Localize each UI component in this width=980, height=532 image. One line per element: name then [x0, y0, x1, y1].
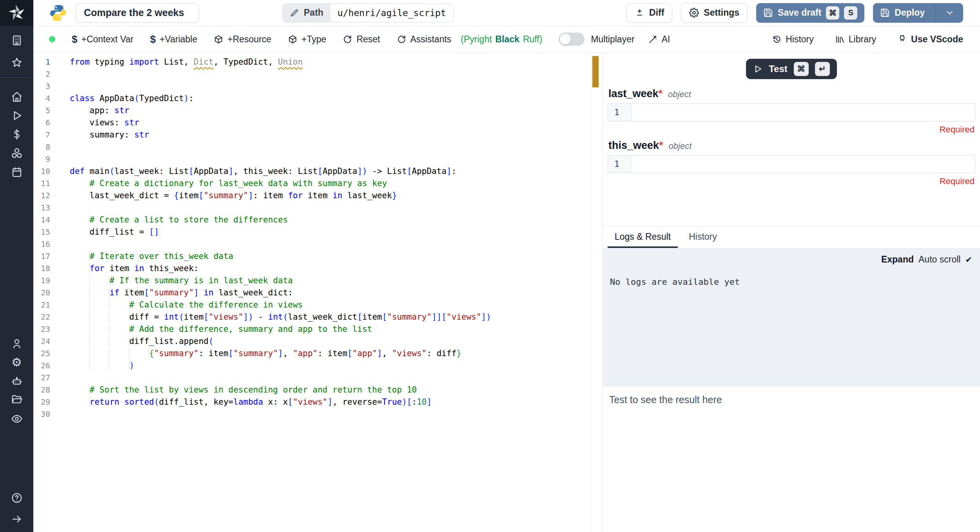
code-line[interactable]: 16: [33, 238, 603, 250]
play-icon: [11, 110, 23, 121]
logs-panel: Expand Auto scroll ✔ No logs are availab…: [603, 248, 980, 386]
diff-button[interactable]: Diff: [626, 3, 672, 23]
code-line[interactable]: 17 # Iterate over this_week data: [33, 250, 603, 262]
code-line[interactable]: 28 # Sort the list by views in descendin…: [33, 384, 603, 396]
toolbar-right-group: History Library Use VScode: [772, 34, 963, 45]
right-panel: Test ⌘ ↵ last_week* object 1: [603, 53, 980, 532]
sidebar: ⚙: [0, 0, 33, 532]
code-line[interactable]: 14 # Create a list to store the differen…: [33, 214, 603, 226]
arg-last-week: last_week* object 1 Required: [608, 88, 975, 135]
code-line[interactable]: 9: [33, 153, 603, 165]
save-icon: [763, 8, 773, 18]
ai-button[interactable]: AI: [648, 34, 670, 45]
code-line[interactable]: 8: [33, 141, 603, 153]
arg-type: object: [668, 89, 691, 100]
deploy-button[interactable]: Deploy: [873, 3, 963, 23]
required-asterisk: *: [659, 139, 663, 151]
code-editor[interactable]: 1from typing import List, Dict, TypedDic…: [33, 53, 603, 532]
test-args-section: Test ⌘ ↵ last_week* object 1: [603, 53, 980, 226]
path-label: Path: [283, 4, 330, 22]
sidebar-item-workspace[interactable]: [8, 34, 26, 46]
sidebar-item-variables[interactable]: [8, 128, 26, 140]
tab-history[interactable]: History: [682, 227, 724, 248]
arg-json-editor[interactable]: 1: [608, 103, 975, 121]
dollar-icon: $: [72, 33, 77, 45]
sidebar-item-resources[interactable]: [8, 147, 26, 159]
code-line[interactable]: 27: [33, 372, 603, 384]
reset-button[interactable]: Reset: [343, 34, 380, 45]
library-button[interactable]: Library: [835, 34, 876, 45]
autoscroll-toggle[interactable]: Auto scroll: [918, 254, 960, 265]
path-field[interactable]: Path u/henri/agile_script: [282, 4, 454, 22]
check-icon: ✔: [965, 255, 972, 264]
last-week-input[interactable]: [632, 104, 975, 121]
code-line[interactable]: 22 diff = int(item["views"]) - int(last_…: [33, 311, 603, 323]
octocat-icon: [897, 34, 907, 44]
path-value[interactable]: u/henri/agile_script: [330, 4, 453, 22]
code-line[interactable]: 13: [33, 202, 603, 214]
code-line[interactable]: 21 # Calculate the difference in views: [33, 299, 603, 311]
sidebar-item-help[interactable]: [8, 492, 26, 504]
code-line[interactable]: 20 if item["summary"] in last_week_dict:: [33, 287, 603, 299]
warning-marker: [592, 56, 599, 87]
code-line[interactable]: 29 return sorted(diff_list, key=lambda x…: [33, 396, 603, 408]
sidebar-item-workers[interactable]: [8, 375, 26, 387]
arg-editor-line-number: 1: [608, 104, 632, 121]
sidebar-item-audit-logs[interactable]: [8, 413, 26, 425]
dollar-icon: $: [150, 33, 156, 45]
sidebar-item-settings[interactable]: ⚙: [8, 356, 26, 368]
code-line[interactable]: 1from typing import List, Dict, TypedDic…: [33, 56, 603, 68]
test-button[interactable]: Test ⌘ ↵: [746, 59, 837, 79]
code-line[interactable]: 11 # Create a dictionary for last_week d…: [33, 177, 603, 190]
code-line[interactable]: 15 diff_list = []: [33, 226, 603, 238]
code-line[interactable]: 3: [33, 80, 603, 92]
script-title-input[interactable]: [76, 3, 199, 23]
home-icon: [11, 91, 23, 103]
multiplayer-toggle-group: Multiplayer: [559, 33, 634, 46]
multiplayer-toggle[interactable]: [559, 33, 584, 46]
status-dot: [49, 36, 55, 42]
question-icon: [11, 492, 23, 504]
add-type-button[interactable]: +Type: [288, 34, 326, 45]
add-context-var-button[interactable]: $ +Context Var: [72, 33, 134, 45]
save-draft-button[interactable]: Save draft ⌘ S: [756, 3, 864, 23]
sidebar-item-home[interactable]: [8, 91, 26, 103]
code-line[interactable]: 6 views: str: [33, 117, 603, 129]
sidebar-item-folders[interactable]: [8, 394, 26, 406]
history-button[interactable]: History: [772, 34, 814, 45]
tab-logs-result[interactable]: Logs & Result: [608, 227, 678, 248]
add-resource-button[interactable]: +Resource: [214, 34, 271, 45]
code-line[interactable]: 24 diff_list.append(: [33, 335, 603, 347]
sidebar-item-favorites[interactable]: [8, 57, 26, 69]
sidebar-item-collapse[interactable]: [8, 513, 26, 525]
code-line[interactable]: 10def main(last_week: List[AppData], thi…: [33, 165, 603, 177]
code-line[interactable]: 5 app: str: [33, 105, 603, 117]
code-line[interactable]: 12 last_week_dict = {item["summary"]: it…: [33, 190, 603, 202]
toggle-knob: [560, 34, 571, 45]
code-line[interactable]: 30: [33, 408, 603, 420]
code-line[interactable]: 19 # If the summary is in last_week data: [33, 275, 603, 287]
sidebar-item-schedules[interactable]: [8, 166, 26, 178]
code-line[interactable]: 25 {"summary": item["summary"], "app": i…: [33, 347, 603, 360]
add-variable-button[interactable]: $ +Variable: [150, 33, 198, 45]
deploy-dropdown[interactable]: [940, 8, 956, 18]
editor-overview-ruler[interactable]: [591, 53, 603, 532]
expand-button[interactable]: Expand: [881, 254, 914, 265]
this-week-input[interactable]: [632, 156, 975, 173]
use-vscode-button[interactable]: Use VScode: [897, 34, 963, 45]
code-line[interactable]: 23 # Add the difference, summary and app…: [33, 323, 603, 335]
assistants-button[interactable]: Assistants: [397, 34, 452, 45]
code-line[interactable]: 7 summary: str: [33, 129, 603, 141]
sidebar-item-runs[interactable]: [8, 110, 26, 121]
windmill-logo[interactable]: [0, 0, 33, 26]
user-icon: [11, 338, 23, 349]
code-line[interactable]: 18 for item in this_week:: [33, 262, 603, 275]
code-line[interactable]: 4class AppData(TypedDict):: [33, 92, 603, 105]
arg-json-editor[interactable]: 1: [608, 155, 975, 173]
package-icon: [288, 34, 298, 44]
code-line[interactable]: 2: [33, 68, 603, 80]
code-line[interactable]: 26 ): [33, 360, 603, 372]
sidebar-item-user[interactable]: [8, 338, 26, 349]
logs-tabs: Logs & Result History: [603, 226, 980, 248]
settings-button[interactable]: Settings: [681, 3, 748, 23]
